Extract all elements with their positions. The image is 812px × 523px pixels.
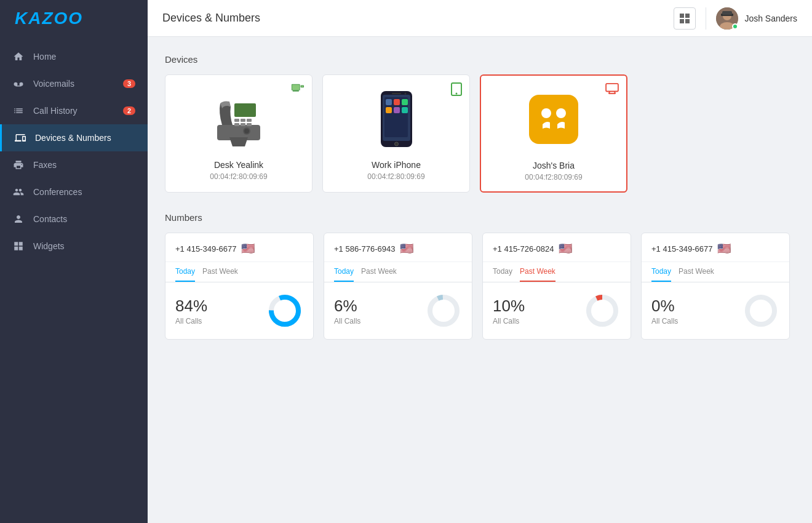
- nav-list: Home Voicemails 3 Call History 2 Devices…: [0, 37, 148, 266]
- grid-view-button[interactable]: [674, 7, 696, 30]
- svg-point-47: [556, 108, 566, 118]
- number-body-1: 84% All Calls: [165, 282, 313, 339]
- number-card-1: +1 415-349-6677 🇺🇸 Today Past Week 84% A…: [165, 233, 314, 340]
- svg-rect-6: [685, 19, 690, 23]
- sidebar-label-call-history: Call History: [33, 106, 78, 116]
- device-card-desk-yealink[interactable]: Desk Yealink 00:04:f2:80:09:69: [165, 74, 312, 193]
- svg-rect-3: [680, 14, 684, 18]
- desk-phone-image: [175, 85, 302, 153]
- stat-area-2: 6% All Calls: [334, 297, 415, 325]
- number-header-4: +1 415-349-6677 🇺🇸: [642, 233, 789, 262]
- header-right: Josh Sanders: [674, 7, 797, 30]
- svg-rect-45: [535, 101, 572, 138]
- device-name-iphone: Work iPhone: [372, 160, 421, 170]
- svg-point-28: [456, 93, 458, 95]
- sidebar-label-contacts: Contacts: [33, 214, 67, 224]
- sidebar-item-devices-numbers[interactable]: Devices & Numbers: [0, 124, 148, 151]
- number-tabs-3: Today Past Week: [483, 262, 631, 282]
- sidebar-item-faxes[interactable]: Faxes: [0, 151, 148, 178]
- svg-rect-21: [247, 119, 252, 122]
- tab-pastweek-1[interactable]: Past Week: [202, 267, 238, 282]
- number-value-4: +1 415-349-6677: [651, 244, 712, 254]
- donut-3: [584, 292, 621, 329]
- sidebar-item-widgets[interactable]: Widgets: [0, 233, 148, 260]
- number-card-2: +1 586-776-6943 🇺🇸 Today Past Week 6% Al…: [324, 233, 472, 340]
- stat-label-1: All Calls: [175, 317, 257, 325]
- svg-rect-18: [234, 103, 256, 117]
- donut-2: [425, 292, 462, 329]
- stat-area-4: 0% All Calls: [651, 297, 733, 325]
- svg-point-26: [244, 129, 249, 134]
- svg-rect-13: [293, 90, 299, 92]
- number-body-2: 6% All Calls: [324, 282, 472, 339]
- stat-area-3: 10% All Calls: [493, 297, 574, 325]
- number-flag-3: 🇺🇸: [559, 242, 572, 255]
- avatar: [716, 7, 738, 30]
- tab-pastweek-4[interactable]: Past Week: [679, 267, 714, 282]
- svg-point-46: [541, 108, 551, 118]
- svg-rect-35: [386, 107, 392, 113]
- svg-rect-23: [241, 123, 245, 126]
- devices-section-title: Devices: [165, 54, 795, 65]
- sidebar-label-home: Home: [33, 52, 56, 62]
- tab-today-3[interactable]: Today: [493, 267, 512, 282]
- tab-pastweek-2[interactable]: Past Week: [361, 267, 397, 282]
- number-flag-1: 🇺🇸: [241, 242, 255, 255]
- logo: KAZOO: [15, 9, 83, 28]
- number-tabs-2: Today Past Week: [324, 262, 472, 282]
- device-card-joshs-bria[interactable]: Josh's Bria 00:04:f2:80:09:69: [480, 74, 627, 193]
- widgets-icon: [12, 240, 25, 252]
- svg-rect-22: [234, 123, 239, 126]
- fax-icon: [12, 159, 25, 171]
- device-mac-desk-yealink: 00:04:f2:80:09:69: [210, 172, 267, 181]
- svg-point-40: [404, 92, 406, 94]
- home-icon: [12, 50, 25, 63]
- svg-point-0: [14, 82, 18, 86]
- logo-area: KAZOO: [0, 0, 148, 37]
- number-header-1: +1 415-349-6677 🇺🇸: [165, 233, 313, 262]
- stat-label-4: All Calls: [651, 317, 733, 325]
- svg-rect-4: [685, 14, 690, 18]
- devices-section: Devices: [165, 54, 795, 193]
- sidebar-item-voicemails[interactable]: Voicemails 3: [0, 70, 148, 97]
- svg-point-1: [20, 82, 23, 86]
- sidebar-item-conferences[interactable]: Conferences: [0, 178, 148, 206]
- svg-point-38: [394, 142, 398, 146]
- svg-rect-14: [292, 85, 300, 90]
- number-header-2: +1 586-776-6943 🇺🇸: [324, 233, 472, 262]
- voicemails-badge: 3: [123, 79, 135, 88]
- svg-point-52: [589, 297, 616, 324]
- number-body-3: 10% All Calls: [483, 282, 631, 339]
- tab-pastweek-3[interactable]: Past Week: [520, 267, 555, 282]
- online-indicator: [732, 23, 738, 30]
- svg-rect-24: [247, 123, 252, 126]
- stat-percent-1: 84%: [175, 297, 257, 316]
- stat-percent-3: 10%: [493, 297, 574, 316]
- header: Devices & Numbers: [148, 0, 812, 37]
- number-tabs-4: Today Past Week: [642, 262, 789, 282]
- stat-percent-2: 6%: [334, 297, 415, 316]
- device-card-work-iphone[interactable]: Work iPhone 00:04:f2:80:09:69: [322, 74, 470, 193]
- number-header-3: +1 415-726-0824 🇺🇸: [483, 233, 631, 262]
- numbers-section-title: Numbers: [165, 212, 795, 223]
- sidebar-label-widgets: Widgets: [33, 241, 65, 251]
- svg-rect-41: [606, 84, 618, 92]
- svg-rect-16: [301, 86, 304, 87]
- tab-today-4[interactable]: Today: [651, 267, 671, 282]
- stat-area-1: 84% All Calls: [175, 297, 257, 325]
- user-menu[interactable]: Josh Sanders: [706, 7, 797, 30]
- conferences-icon: [12, 186, 25, 198]
- device-type-icon-bria: [605, 83, 619, 97]
- tab-today-1[interactable]: Today: [175, 267, 195, 282]
- bria-image: [491, 86, 616, 153]
- svg-rect-5: [680, 19, 684, 23]
- svg-rect-11: [722, 11, 732, 15]
- sidebar-label-faxes: Faxes: [33, 160, 57, 170]
- svg-rect-39: [392, 93, 401, 94]
- sidebar-item-call-history[interactable]: Call History 2: [0, 97, 148, 124]
- tab-today-2[interactable]: Today: [334, 267, 354, 282]
- device-type-icon-mobile: [451, 82, 462, 99]
- sidebar-item-home[interactable]: Home: [0, 43, 148, 70]
- contacts-icon: [12, 213, 25, 225]
- sidebar-item-contacts[interactable]: Contacts: [0, 206, 148, 233]
